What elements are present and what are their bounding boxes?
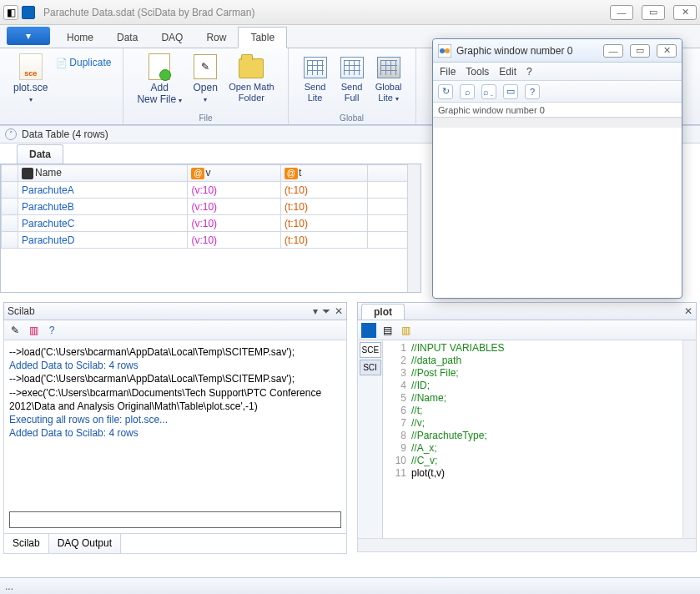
tab-data[interactable]: Data [105, 28, 149, 48]
at-icon: @ [191, 168, 204, 179]
tab-table[interactable]: Table [238, 27, 287, 48]
dropdown-icon[interactable]: ▾ [313, 305, 318, 317]
save-icon[interactable] [22, 6, 35, 19]
pencil-icon[interactable]: ✎ [8, 323, 23, 338]
minimize-button[interactable]: — [610, 5, 633, 20]
open-math-folder-button[interactable]: Open MathFolder [224, 52, 279, 108]
pin-icon[interactable]: ⏷ [321, 305, 331, 317]
chart-icon[interactable]: ▥ [26, 323, 41, 338]
code-hscroll[interactable] [358, 538, 696, 551]
open-button[interactable]: ✎ Open▾ [187, 52, 224, 108]
open-icon: ✎ [194, 54, 217, 79]
graphic-toolbar: ↻ ⌕ ⌕₋ ▭ ? [433, 81, 682, 103]
plot-toolbar: ▤ ▥ [357, 320, 697, 340]
graphic-menubar: File Tools Edit ? [433, 63, 682, 81]
mode-sci[interactable]: SCI [360, 360, 381, 375]
add-new-file-button[interactable]: AddNew File ▾ [132, 52, 187, 108]
scilab-bottom-tab[interactable]: Scilab [4, 534, 49, 553]
grid-icon [304, 57, 327, 78]
menu-help[interactable]: ? [526, 66, 532, 78]
scilab-console[interactable]: -->load('C:\Users\bcarman\AppData\Local\… [3, 340, 347, 534]
g-close[interactable]: ✕ [657, 44, 677, 58]
window-title: Parachute Data.sdat (SciData by Brad Car… [43, 7, 254, 18]
daq-output-tab[interactable]: DAQ Output [49, 534, 121, 553]
maximize-button[interactable]: ▭ [642, 5, 665, 20]
page-icon[interactable]: ▤ [380, 323, 395, 338]
data-table: Name @v @t ParachuteA(v:10)(t:10)Parachu… [0, 164, 421, 293]
svg-point-1 [440, 48, 445, 53]
help-icon[interactable]: ? [44, 323, 59, 338]
code-editor[interactable]: SCE SCI 1//INPUT VARIABLES2//data_path3/… [357, 340, 697, 552]
g-maximize[interactable]: ▭ [630, 44, 650, 58]
plotsce-button[interactable]: plot.sce▾ [8, 52, 53, 107]
group-file-label: File [132, 113, 279, 123]
svg-point-2 [445, 48, 450, 53]
zoom-out-icon[interactable]: ⌕₋ [481, 84, 496, 99]
help-icon[interactable]: ? [525, 84, 540, 99]
titlebar: ◧ Parachute Data.sdat (SciData by Brad C… [0, 0, 700, 25]
collapse-icon[interactable]: ˄ [5, 128, 17, 140]
section-title: Data Table (4 rows) [22, 128, 108, 140]
data-tab[interactable]: Data [17, 144, 63, 164]
copy-icon[interactable]: ▭ [503, 84, 518, 99]
send-lite-button[interactable]: SendLite [297, 52, 334, 105]
note-icon[interactable]: ▥ [398, 323, 413, 338]
global-lite-button[interactable]: GlobalLite ▾ [370, 52, 407, 105]
tab-row[interactable]: Row [194, 28, 238, 48]
plot-title[interactable]: plot [361, 304, 405, 320]
graphic-status: Graphic window number 0 [433, 103, 682, 118]
app-menu-icon[interactable]: ◧ [3, 5, 18, 20]
corner-cell[interactable] [2, 165, 18, 182]
sce-file-icon [19, 53, 43, 80]
col-name-header[interactable]: Name [18, 165, 188, 182]
statusbar: ... [0, 577, 700, 594]
tab-daq[interactable]: DAQ [149, 28, 194, 48]
close-pane-icon[interactable]: ✕ [335, 305, 343, 317]
scilab-title: Scilab [8, 305, 35, 317]
folder-icon [239, 58, 264, 78]
graphic-title: Graphic window number 0 [456, 45, 572, 57]
at-icon: @ [285, 168, 298, 179]
rotate-icon[interactable]: ↻ [438, 84, 453, 99]
zoom-in-icon[interactable]: ⌕ [460, 84, 475, 99]
plot-pane: plot ✕ ▤ ▥ SCE SCI 1//INPUT VARIABLES2//… [357, 302, 697, 571]
col-v-header[interactable]: @v [188, 165, 281, 182]
mode-sce[interactable]: SCE [360, 342, 381, 358]
scilab-icon [438, 44, 451, 58]
save-icon[interactable] [361, 323, 376, 338]
new-file-icon [149, 53, 170, 80]
menu-edit[interactable]: Edit [499, 66, 516, 78]
send-full-button[interactable]: SendFull [334, 52, 370, 105]
console-input[interactable] [9, 511, 341, 528]
menu-file[interactable]: File [440, 66, 456, 78]
vertical-scrollbar[interactable] [407, 164, 421, 292]
code-vscroll[interactable] [682, 340, 696, 538]
chart-area: 468101214161820220.51.01.52.02.53.03.54.… [433, 118, 682, 128]
scilab-pane: Scilab ▾ ⏷ ✕ ✎ ▥ ? -->load('C:\Users\bca… [3, 302, 347, 571]
graphic-window[interactable]: Graphic window number 0 — ▭ ✕ File Tools… [432, 38, 682, 299]
grid-icon [340, 57, 364, 78]
menu-tools[interactable]: Tools [466, 66, 489, 78]
duplicate-button[interactable]: 📄Duplicate [56, 57, 111, 68]
table-row[interactable]: ParachuteD(v:10)(t:10) [2, 232, 422, 249]
tab-home[interactable]: Home [55, 28, 105, 48]
col-t-header[interactable]: @t [280, 165, 367, 182]
close-button[interactable]: ✕ [673, 5, 697, 20]
g-minimize[interactable]: — [603, 44, 623, 58]
grid-icon [377, 57, 400, 78]
table-row[interactable]: ParachuteA(v:10)(t:10) [2, 182, 422, 199]
table-row[interactable]: ParachuteC(v:10)(t:10) [2, 215, 422, 232]
scilab-toolbar: ✎ ▥ ? [3, 320, 347, 340]
app-button[interactable]: ▾ [7, 27, 50, 45]
group-global-label: Global [297, 113, 407, 123]
table-row[interactable]: ParachuteB(v:10)(t:10) [2, 199, 422, 215]
black-icon [22, 168, 33, 179]
close-plot-icon[interactable]: ✕ [684, 305, 692, 317]
